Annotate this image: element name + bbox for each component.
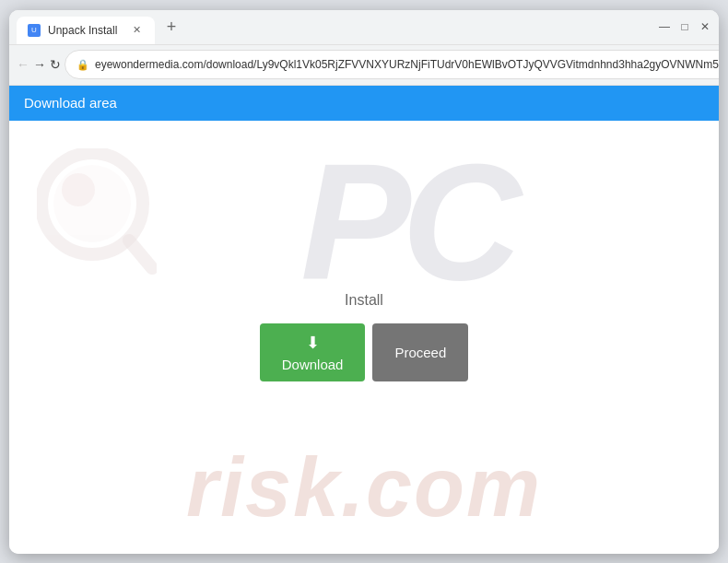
magnifier-watermark bbox=[37, 148, 157, 277]
browser-tab[interactable]: U Unpack Install ✕ bbox=[17, 17, 155, 44]
download-area-title: Download area bbox=[24, 95, 117, 111]
svg-line-3 bbox=[129, 240, 152, 268]
svg-point-2 bbox=[62, 173, 95, 206]
maximize-button[interactable]: □ bbox=[678, 20, 691, 33]
tab-favicon: U bbox=[28, 24, 41, 37]
svg-point-1 bbox=[53, 165, 131, 242]
content-center: Install ⬇ Download Proceed bbox=[260, 292, 469, 381]
download-icon: ⬇ bbox=[306, 333, 320, 353]
close-button[interactable]: ✕ bbox=[699, 20, 711, 33]
address-text: eyewondermedia.com/download/Ly9vQkl1Vk05… bbox=[95, 58, 719, 71]
tab-close-button[interactable]: ✕ bbox=[129, 23, 144, 38]
install-label: Install bbox=[345, 292, 383, 309]
tab-area: U Unpack Install ✕ + bbox=[17, 10, 651, 44]
title-bar: U Unpack Install ✕ + — □ ✕ bbox=[9, 10, 719, 45]
pc-watermark: PC bbox=[300, 139, 512, 305]
refresh-button[interactable]: ↻ bbox=[50, 52, 61, 77]
back-button[interactable]: ← bbox=[17, 52, 29, 77]
svg-point-0 bbox=[41, 153, 143, 254]
buttons-row: ⬇ Download Proceed bbox=[260, 323, 469, 381]
proceed-button-label: Proceed bbox=[394, 345, 446, 360]
tab-title: Unpack Install bbox=[48, 24, 122, 37]
download-button-label: Download bbox=[282, 357, 344, 372]
browser-window: U Unpack Install ✕ + — □ ✕ ← → ↻ 🔒 eyewo… bbox=[9, 10, 719, 554]
address-bar[interactable]: 🔒 eyewondermedia.com/download/Ly9vQkl1Vk… bbox=[65, 50, 719, 79]
risk-watermark: risk.com bbox=[186, 440, 542, 535]
download-button[interactable]: ⬇ Download bbox=[260, 323, 366, 381]
window-controls: — □ ✕ bbox=[658, 20, 711, 33]
minimize-button[interactable]: — bbox=[658, 20, 671, 33]
lock-icon: 🔒 bbox=[76, 59, 89, 71]
download-area-header: Download area bbox=[9, 86, 719, 121]
page-content: Download area PC risk.com Install bbox=[9, 86, 719, 554]
page-body: PC risk.com Install ⬇ Download Proceed bbox=[9, 121, 719, 554]
new-tab-button[interactable]: + bbox=[159, 14, 184, 40]
proceed-button[interactable]: Proceed bbox=[372, 323, 468, 381]
nav-bar: ← → ↻ 🔒 eyewondermedia.com/download/Ly9v… bbox=[9, 45, 719, 86]
forward-button[interactable]: → bbox=[33, 52, 46, 77]
